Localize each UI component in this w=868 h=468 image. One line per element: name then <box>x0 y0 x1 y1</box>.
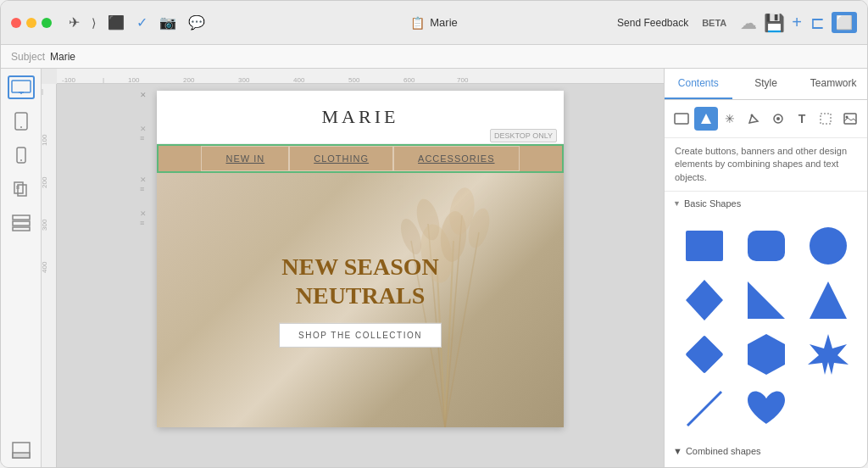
hero-title: NEW SEASON NEUTRALS <box>157 253 564 309</box>
sidebar-item-footer[interactable] <box>8 438 35 462</box>
sidebar-item-pages[interactable] <box>8 177 35 201</box>
main-layout: -100 | 100 200 300 400 500 600 700 | 100… <box>1 69 867 468</box>
window-title-area: 📋 Marie <box>410 16 458 30</box>
ruler-mark-700: 700 <box>457 76 468 84</box>
ruler-mark-300: 300 <box>238 76 249 84</box>
nav-item-accessories[interactable]: ACCESSORIES <box>393 146 519 171</box>
svg-rect-36 <box>844 114 856 124</box>
nav-item-new-in[interactable]: NEW IN <box>201 146 289 171</box>
svg-marker-43 <box>810 281 847 319</box>
rpanel-triangle-tool[interactable] <box>694 107 718 131</box>
ruler-v-100: 100 <box>42 120 56 146</box>
svg-point-40 <box>810 227 847 265</box>
svg-point-33 <box>776 117 780 120</box>
nav-row-controls[interactable]: ✕ ≡ <box>140 176 147 193</box>
shape-circle[interactable] <box>802 224 854 268</box>
rpanel-text-tool[interactable]: T <box>790 107 814 131</box>
combined-shapes-label: Combined shapes <box>686 446 761 456</box>
hero-row-controls[interactable]: ✕ ≡ <box>140 209 147 227</box>
svg-rect-0 <box>12 81 31 92</box>
window-title: Marie <box>430 16 458 29</box>
row-handle-header[interactable]: ✕ <box>140 91 147 99</box>
comment-icon[interactable]: 💬 <box>188 14 205 31</box>
right-panel-tabs: Contents Style Teamwork <box>665 69 867 100</box>
combined-shapes-section-header[interactable]: ▼ Combined shapes <box>665 439 867 463</box>
tab-teamwork[interactable]: Teamwork <box>799 69 867 99</box>
basic-shapes-section-header[interactable]: ▼ Basic Shapes <box>665 192 867 215</box>
frame-active-icon[interactable]: ⬜ <box>832 12 857 33</box>
svg-rect-44 <box>685 336 723 374</box>
svg-marker-41 <box>686 280 723 320</box>
minimize-button[interactable] <box>26 18 36 28</box>
rpanel-frame-tool[interactable] <box>670 107 693 131</box>
shape-hexagon[interactable] <box>740 332 792 376</box>
basic-shapes-label: Basic Shapes <box>684 198 741 209</box>
photo-icon[interactable]: 📷 <box>159 14 176 31</box>
sidebar-item-tablet[interactable] <box>8 109 35 133</box>
subject-value[interactable]: Marie <box>50 51 75 63</box>
send-icon[interactable]: ✈ <box>69 14 80 31</box>
brand-name: MARIE <box>322 106 399 127</box>
svg-rect-39 <box>748 231 785 261</box>
close-button[interactable] <box>11 18 21 28</box>
svg-rect-35 <box>821 114 831 124</box>
title-right-area: Send Feedback BETA ☁ 💾 + ⊏ ⬜ <box>617 12 857 33</box>
hero-title-line1: NEW SEASON <box>157 253 564 281</box>
sidebar-item-blocks[interactable] <box>8 211 35 235</box>
rpanel-tools: ✳ T <box>665 100 867 138</box>
ruler-v-200: 200 <box>42 163 56 188</box>
ruler-v-400: 400 <box>42 248 56 273</box>
maximize-button[interactable] <box>42 18 52 28</box>
stats-icon[interactable]: ⬛ <box>108 14 125 31</box>
shape-rounded-rect[interactable] <box>740 224 792 268</box>
rpanel-pen-tool[interactable] <box>742 107 765 131</box>
hero-title-line2: NEUTRALS <box>157 281 564 310</box>
shape-rotated-diamond[interactable] <box>678 332 730 376</box>
ruler-mark-neg100: -100 <box>62 76 75 84</box>
shape-line[interactable] <box>678 387 730 431</box>
rpanel-camera-tool[interactable] <box>766 107 790 131</box>
svg-point-6 <box>20 159 22 161</box>
left-sidebar <box>1 69 42 468</box>
tab-contents[interactable]: Contents <box>665 69 732 99</box>
tab-style[interactable]: Style <box>732 69 800 99</box>
send-feedback-label[interactable]: Send Feedback <box>617 17 688 29</box>
shape-star-burst[interactable] <box>802 332 854 376</box>
shop-collection-button[interactable]: SHOP THE COLLECTION <box>279 323 442 348</box>
canvas-content: ✕ MARIE ✕ ≡ NEW IN CLOTHING ACCESSORIES <box>57 84 664 468</box>
check-icon[interactable]: ✓ <box>136 14 147 31</box>
beta-badge: BETA <box>702 18 726 28</box>
subject-bar: Subject Marie <box>1 45 867 69</box>
ruler-mark-200: 200 <box>183 76 194 84</box>
header-row-controls[interactable]: ✕ ≡ <box>140 125 147 142</box>
title-right-icons: ☁ 💾 + ⊏ ⬜ <box>740 12 857 33</box>
main-toolbar: ✈ ⟩ ⬛ ✓ 📷 💬 <box>69 14 205 31</box>
cloud-icon[interactable]: ☁ <box>740 13 757 33</box>
rpanel-description: Create buttons, banners and other design… <box>665 138 867 192</box>
sidebar-item-mobile[interactable] <box>8 143 35 167</box>
shape-triangle[interactable] <box>802 278 854 322</box>
right-panel: Contents Style Teamwork ✳ <box>664 69 867 468</box>
sidebar-item-desktop[interactable] <box>8 75 35 99</box>
shape-rectangle[interactable] <box>678 224 730 268</box>
rpanel-star-tool[interactable]: ✳ <box>718 107 742 131</box>
svg-point-31 <box>751 114 754 117</box>
hero-background: NEW SEASON NEUTRALS SHOP THE COLLECTION <box>157 173 564 427</box>
ruler-v-300: 300 <box>42 205 56 231</box>
shape-diamond[interactable] <box>678 278 730 322</box>
subject-label-text: Subject <box>11 51 45 63</box>
shape-heart[interactable] <box>740 387 792 431</box>
nav-item-clothing[interactable]: CLOTHING <box>289 146 393 171</box>
svg-marker-45 <box>748 334 785 375</box>
shape-right-triangle[interactable] <box>740 278 792 322</box>
combined-shapes-arrow: ▼ <box>673 446 682 456</box>
rpanel-image-tool[interactable] <box>838 107 862 131</box>
save-icon[interactable]: 💾 <box>764 13 785 33</box>
add-icon[interactable]: + <box>792 13 802 32</box>
shapes-grid <box>665 215 867 439</box>
email-nav: NEW IN CLOTHING ACCESSORIES <box>157 144 564 173</box>
send2-icon[interactable]: ⟩ <box>92 16 96 30</box>
ruler-mark-500: 500 <box>348 76 359 84</box>
view-icon[interactable]: ⊏ <box>810 13 825 33</box>
rpanel-border-tool[interactable] <box>814 107 837 131</box>
